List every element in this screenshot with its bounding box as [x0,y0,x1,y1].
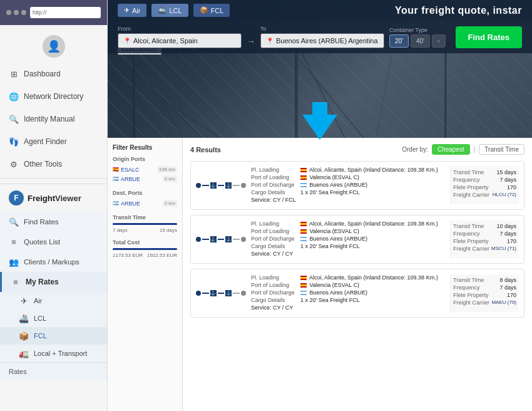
to-pin-icon: 📍 [266,38,274,44]
to-input[interactable]: 📍 Buenos Aires (ARBUE) Argentina [260,33,384,48]
flag-es-icon: 🇪🇸 [113,167,119,172]
sidebar-item-network-directory[interactable]: 🌐 Network Directory [0,85,107,108]
url-bar[interactable]: http:// [30,7,101,18]
my-rates-header[interactable]: ≡ My Rates [0,272,107,292]
sidebar-item-find-rates[interactable]: 🔍 Find Rates [0,212,107,232]
total-cost-title: Total Cost [113,239,177,246]
sidebar-item-local-transport[interactable]: 🚛 Local + Transport [0,345,107,362]
port-discharge-value: Buenos Aires (ARBUE) [300,289,445,296]
dest-arbue-km: 0 km [163,200,177,207]
sidebar-item-label: Air [34,297,42,304]
from-input[interactable]: 📍 Alcoi, Alicante, Spain [118,33,242,48]
carrier-meta-label: Freight Carrier [453,299,489,306]
pl-loading-row: Pl. Loading Alcoi, Alicante, Spain (Inla… [251,221,445,227]
port-loading-row: Port of Loading Valencia (ESVAL C) [251,228,445,234]
route-line-seg3 [233,293,240,294]
flete-meta-row: Flete Property 170 [453,238,516,244]
carrier-meta-row: Freight Carrier MSCU (71) [453,246,516,252]
pl-loading-row: Pl. Loading Alcoi, Alicante, Spain (Inla… [251,167,445,173]
sidebar-item-fcl[interactable]: 📦 FCL [0,327,107,345]
route-line-seg [202,293,209,294]
container-type-buttons: 20' 40' ◦ [389,34,446,48]
route-dest-icon: ⚓ [225,182,232,189]
filter-dest-arbue: 🇦🇷 ARBUE 0 km [113,199,177,208]
agent-icon: 👣 [9,137,19,147]
cost-slider[interactable] [113,248,177,250]
route-dest-dot [241,291,246,296]
sidebar-item-clients-markups[interactable]: 👥 Clients / Markups [0,252,107,272]
transit-time-meta-label: Transit Time [453,169,484,175]
route-visualization: ⚓ ⚓ [196,274,246,312]
result-card: ⚓ ⚓ Pl. Loading Alcoi, Alicante [190,215,524,264]
sidebar-item-lcl[interactable]: 🚢 LCL [0,310,107,327]
order-cheapest-button[interactable]: Cheapest [432,144,470,155]
dest-ports-title: Dest. Ports [113,190,177,196]
origin-ports-title: Origin Ports [113,156,177,162]
arbue-tag: 🇦🇷 ARBUE [113,176,140,182]
es-flag [300,168,307,172]
sidebar-item-label: Identity Manual [24,115,74,123]
air-icon: ✈ [19,296,29,306]
filter-origin-esalc: 🇪🇸 ESALC 106 km [113,165,177,174]
result-meta: Transit Time 15 days Frequency 7 days Fl… [450,167,519,204]
flag-ar-icon: 🇦🇷 [113,176,119,182]
transit-time-meta-value: 8 days [499,277,516,283]
frequency-meta-value: 7 days [499,177,516,183]
user-avatar-area: 👤 [0,25,107,63]
air-tab-icon: ✈ [124,6,130,14]
fcl-tab-label: FCL [211,7,224,14]
browser-chrome: http:// [0,0,107,25]
flete-meta-row: Flete Property 170 [453,184,516,190]
pl-loading-value: Alcoi, Alicante, Spain (Inland Distance:… [300,274,445,281]
route-line-vis: ⚓ ⚓ [196,236,246,242]
freight-viewer-logo: F FreightViewer [0,184,107,212]
transit-time-meta-value: 15 days [496,169,516,175]
pl-loading-label: Pl. Loading [251,167,298,173]
route-dest-dot [241,183,246,188]
sidebar-item-label: Other Tools [24,160,62,169]
rates-footer: Rates [0,362,107,380]
widget-tab-air[interactable]: ✈ Air [118,4,146,17]
route-origin-dot [196,237,201,242]
port-loading-label: Port of Loading [251,174,298,180]
widget-tab-fcl[interactable]: 📦 FCL [193,4,230,17]
dot-green [21,10,26,15]
port-loading-label: Port of Loading [251,282,298,288]
sidebar-item-dashboard[interactable]: ⊞ Dashboard [0,63,107,85]
cargo-details-row: Cargo Details 1 x 20' Sea Freight FCL [251,243,445,249]
find-rates-button[interactable]: Find Rates [456,26,522,48]
cargo-details-row: Cargo Details 1 x 20' Sea Freight FCL [251,297,445,303]
widget-headline: Your freight quote, instar [395,5,522,16]
cargo-details-label: Cargo Details [251,297,298,303]
to-field: To 📍 Buenos Aires (ARBUE) Argentina [260,26,384,48]
sidebar-item-air[interactable]: ✈ Air [0,292,107,310]
sidebar-item-other-tools[interactable]: ⚙ Other Tools [0,153,107,175]
esalc-code: ESALC [121,167,140,173]
route-visualization: ⚓ ⚓ [196,221,246,258]
dashboard-icon: ⊞ [9,69,19,79]
port-discharge-value: Buenos Aires (ARBUE) [300,236,445,242]
ct-btn-20[interactable]: 20' [389,34,409,48]
frequency-meta-row: Frequency 7 days [453,177,516,183]
arrow-head [302,115,337,140]
transit-time-meta-label: Transit Time [453,277,484,283]
filter-total-cost: Total Cost 1173.53 EUR 1922.53 EUR [113,239,177,258]
ct-btn-40[interactable]: 40' [411,34,430,48]
transit-slider[interactable] [113,223,177,225]
port-discharge-row: Port of Discharge Buenos Aires (ARBUE) [251,182,445,188]
url-text: http:// [33,9,47,16]
order-transit-button[interactable]: Transit Time [479,144,524,155]
widget-tab-lcl[interactable]: 🚢 LCL [151,4,188,17]
service-value: Service: CY / CY [251,304,445,311]
transit-time-title: Transit Time [113,214,177,221]
sidebar-item-identity-manual[interactable]: 🔍 Identity Manual [0,108,107,130]
sidebar-item-agent-finder[interactable]: 👣 Agent Finder [0,130,107,153]
results-main: 4 Results Order by: Cheapest | Transit T… [183,138,532,411]
cargo-details-value: 1 x 20' Sea Freight FCL [300,297,445,303]
sidebar-item-quotes-list[interactable]: ≡ Quotes List [0,232,107,252]
ar-flag [300,183,307,187]
pl-loading-label: Pl. Loading [251,221,298,227]
ct-btn-other[interactable]: ◦ [432,34,446,48]
lcl-tab-label: LCL [169,7,182,14]
port-loading-value: Valencia (ESVAL C) [300,174,445,180]
